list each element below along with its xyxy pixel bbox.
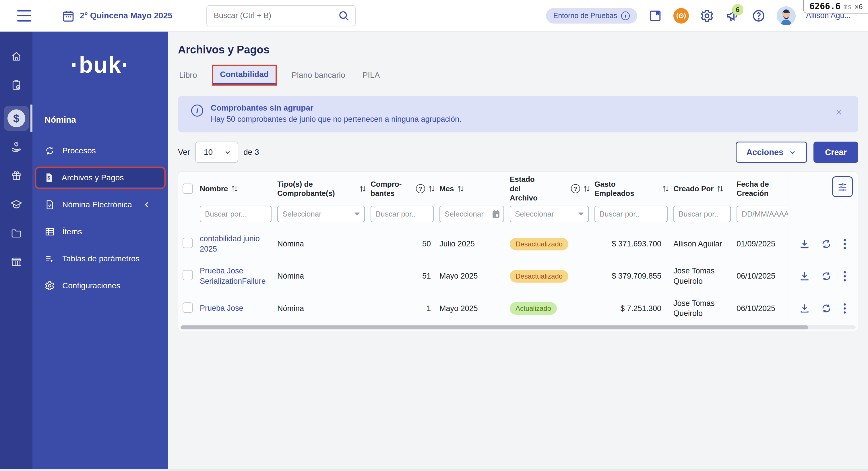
file-name-link[interactable]: Prueba Jose	[200, 303, 277, 313]
cell-comprobantes: 1	[371, 304, 439, 313]
collapse-chevron-icon[interactable]	[143, 201, 151, 209]
environment-info-icon: i	[621, 11, 630, 20]
search-input[interactable]	[206, 5, 355, 26]
list-plus-icon	[44, 254, 55, 264]
bookmark-button[interactable]	[648, 8, 663, 24]
search-icon[interactable]	[338, 10, 350, 22]
performance-overlay: 6266.6 ms ×6	[803, 0, 868, 13]
kebab-menu-icon[interactable]	[843, 270, 847, 282]
topbar: 2° Quincena Mayo 2025 Entorno de Pruebas…	[0, 0, 868, 32]
sidebar-item-procesos[interactable]: Procesos	[32, 141, 164, 160]
file-name-link[interactable]: Prueba Jose SerializationFailure	[200, 266, 277, 286]
banner-text: Comprobantes sin agrupar Hay 50 comproba…	[211, 104, 462, 124]
page-title: Archivos y Pagos	[178, 43, 858, 56]
sync-icon[interactable]	[821, 239, 832, 249]
sort-icon[interactable]	[457, 184, 464, 193]
close-icon[interactable]: ×	[836, 106, 842, 118]
sidebar-item-archivos-y-pagos[interactable]: $ Archivos y Pagos	[36, 168, 164, 187]
tab-plano-bancario[interactable]: Plano bancario	[290, 67, 346, 84]
sync-icon[interactable]	[821, 271, 832, 282]
cell-comprobantes: 50	[371, 239, 439, 248]
gear-icon	[44, 281, 55, 291]
help-circle-icon[interactable]: ?	[416, 184, 425, 193]
kebab-menu-icon[interactable]	[843, 238, 847, 250]
select-all-checkbox[interactable]	[183, 183, 193, 194]
sidebar-item-configuraciones[interactable]: Configuraciones	[32, 276, 164, 295]
scrollbar-thumb[interactable]	[181, 325, 808, 329]
cell-creado-por: Jose Tomas Queirolo	[673, 298, 737, 319]
sort-icon[interactable]	[662, 184, 670, 193]
assistant-button[interactable]	[673, 8, 689, 24]
help-circle-icon[interactable]: ?	[571, 184, 580, 193]
dollar-coin-icon: $	[7, 110, 25, 127]
rail-item-attendance[interactable]	[4, 77, 29, 93]
document-dollar-icon: $	[44, 173, 54, 183]
rail-item-benefits[interactable]	[4, 139, 29, 155]
tab-pila[interactable]: PILA	[361, 67, 381, 84]
help-button[interactable]	[751, 8, 766, 24]
sidebar-item-nomina-electronica[interactable]: Nómina Electrónica	[32, 195, 164, 214]
filter-mes-datepicker[interactable]	[439, 206, 504, 222]
app-root: 2° Quincena Mayo 2025 Entorno de Pruebas…	[0, 0, 868, 471]
sidebar-item-items[interactable]: Ítems	[32, 222, 164, 241]
row-checkbox[interactable]	[183, 270, 193, 280]
rail-item-organization[interactable]	[4, 254, 29, 270]
hamburger-menu-icon[interactable]	[17, 10, 31, 22]
rail-item-training[interactable]	[4, 197, 29, 212]
banner-message: Hay 50 comprobantes de junio que no pert…	[211, 115, 462, 124]
info-icon: i	[191, 105, 203, 117]
sidebar-rail: $	[0, 32, 32, 469]
tab-libro[interactable]: Libro	[178, 67, 198, 84]
crear-button[interactable]: Crear	[813, 142, 858, 163]
page-size-select[interactable]: 10	[195, 142, 238, 163]
rail-item-gifts[interactable]	[4, 168, 29, 184]
filter-nombre-input[interactable]	[200, 206, 272, 222]
settings-button[interactable]	[699, 8, 715, 24]
tab-contabilidad[interactable]: Contabilidad	[213, 66, 276, 84]
sync-icon[interactable]	[821, 303, 832, 314]
download-icon[interactable]	[799, 303, 810, 314]
table-row: contabilidad junio 2025 Nómina 50 Julio …	[178, 228, 787, 260]
filter-creado-input[interactable]	[673, 206, 731, 222]
info-banner: i Comprobantes sin agrupar Hay 50 compro…	[178, 96, 858, 133]
environment-badge[interactable]: Entorno de Pruebas i	[546, 8, 637, 24]
file-name-link[interactable]: contabilidad junio 2025	[200, 234, 277, 254]
cell-fecha: 01/09/2025	[737, 239, 787, 248]
acciones-label: Acciones	[746, 148, 783, 157]
cell-mes: Mayo 2025	[439, 272, 510, 281]
row-checkbox[interactable]	[183, 302, 193, 313]
filter-comprobantes-input[interactable]	[371, 206, 434, 222]
filter-estado-value: Seleccionar	[515, 210, 554, 218]
announcements-button[interactable]: 6	[725, 8, 741, 24]
download-icon[interactable]	[799, 239, 810, 249]
avatar[interactable]	[777, 6, 796, 25]
cell-mes: Mayo 2025	[439, 304, 510, 313]
row-checkbox[interactable]	[183, 238, 193, 248]
sliders-icon	[837, 181, 848, 193]
filter-estado-select[interactable]: Seleccionar	[510, 206, 589, 222]
download-icon[interactable]	[799, 271, 810, 282]
cell-comprobantes: 51	[371, 272, 439, 281]
filter-gasto-input[interactable]	[594, 206, 668, 222]
sort-icon[interactable]	[583, 184, 590, 193]
rail-item-home[interactable]	[4, 48, 29, 64]
sort-icon[interactable]	[428, 184, 435, 193]
page-size-label: Ver	[178, 148, 190, 157]
chevron-down-icon	[788, 148, 797, 156]
sort-icon[interactable]	[231, 184, 238, 193]
rail-item-documents[interactable]	[4, 225, 29, 241]
period-selector[interactable]: 2° Quincena Mayo 2025	[62, 9, 173, 22]
filter-tipo-select[interactable]: Seleccionar	[277, 206, 365, 222]
cell-gasto: $ 7.251.300	[594, 304, 673, 313]
filter-fecha-input[interactable]	[737, 206, 787, 222]
column-settings-button[interactable]	[832, 176, 853, 197]
sort-icon[interactable]	[716, 184, 724, 193]
refresh-icon	[44, 146, 55, 156]
table-header-row: Nombre Tipo(s) de Comprobante(s) Compro­…	[178, 172, 787, 206]
sort-icon[interactable]	[359, 184, 367, 193]
acciones-button[interactable]: Acciones	[736, 142, 807, 163]
col-header-comprobantes: Compro­bantes ?	[371, 179, 439, 198]
kebab-menu-icon[interactable]	[843, 302, 847, 315]
rail-item-payroll[interactable]: $	[4, 106, 29, 131]
sidebar-item-tablas-de-parametros[interactable]: Tablas de parámetros	[32, 249, 164, 268]
